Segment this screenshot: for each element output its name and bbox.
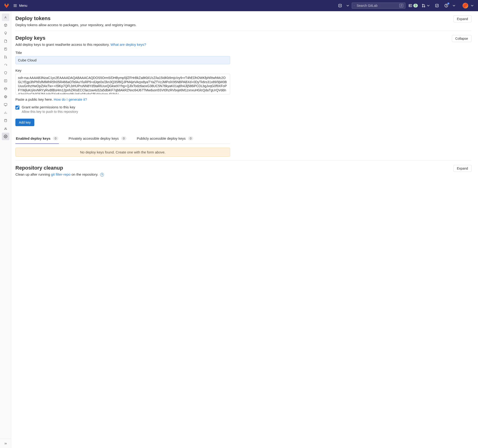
sidebar-snippets-icon[interactable] <box>2 125 9 132</box>
write-perm-help: Allow this key to push to this repositor… <box>22 110 78 114</box>
sidebar-collapse-icon[interactable] <box>0 439 11 448</box>
deploy-tokens-title: Deploy tokens <box>15 15 137 21</box>
user-avatar[interactable] <box>463 3 468 8</box>
search-box[interactable]: / <box>352 3 405 9</box>
top-navbar: Menu / 9 <box>0 0 478 11</box>
menu-label: Menu <box>19 4 27 7</box>
sidebar-analytics-icon[interactable] <box>2 109 9 116</box>
sidebar-project-icon[interactable] <box>2 21 9 29</box>
deploy-keys-tabs: Enabled deploy keys 0 Privately accessib… <box>15 133 230 144</box>
svg-point-27 <box>5 98 6 98</box>
tab-enabled-keys[interactable]: Enabled deploy keys 0 <box>15 133 59 144</box>
svg-point-40 <box>5 136 6 137</box>
svg-rect-17 <box>5 48 6 49</box>
sidebar-infrastructure-icon[interactable] <box>2 93 9 100</box>
sidebar-lightbulb-icon[interactable] <box>2 29 9 37</box>
title-label: Title <box>15 51 230 55</box>
key-textarea[interactable] <box>15 74 230 94</box>
title-input[interactable] <box>15 56 230 64</box>
sidebar-deployments-icon[interactable] <box>2 77 9 84</box>
sidebar-packages-icon[interactable] <box>2 85 9 92</box>
help-notification-dot <box>447 3 449 4</box>
svg-rect-13 <box>435 4 438 7</box>
svg-point-25 <box>6 96 7 97</box>
search-input[interactable] <box>357 4 397 7</box>
svg-rect-28 <box>4 103 7 106</box>
sidebar-wiki-icon[interactable] <box>2 117 9 124</box>
main-content: Deploy tokens Deploy tokens allow access… <box>11 11 478 448</box>
add-key-button[interactable]: Add key <box>15 119 34 126</box>
git-filter-repo-link[interactable]: git filter-repo <box>51 172 70 176</box>
what-are-deploy-keys-link[interactable]: What are deploy keys? <box>110 43 146 46</box>
issues-nav-icon[interactable]: 9 <box>407 2 419 9</box>
left-sidebar: A <box>0 11 11 448</box>
svg-point-24 <box>4 96 4 97</box>
project-avatar[interactable]: A <box>2 13 9 21</box>
issues-badge: 9 <box>413 4 418 7</box>
svg-rect-34 <box>4 119 6 122</box>
svg-rect-9 <box>410 5 410 6</box>
search-icon <box>354 4 355 7</box>
svg-rect-16 <box>4 48 6 51</box>
merge-requests-nav-icon[interactable] <box>421 2 431 9</box>
deploy-keys-title: Deploy keys <box>15 35 146 41</box>
menu-button[interactable]: Menu <box>11 2 29 9</box>
sidebar-cicd-icon[interactable] <box>2 61 9 69</box>
todos-nav-icon[interactable] <box>433 2 441 9</box>
sidebar-merge-requests-icon[interactable] <box>2 53 9 61</box>
tab-public-keys[interactable]: Publicly accessible deploy keys 0 <box>136 133 194 144</box>
sidebar-settings-icon[interactable] <box>2 133 9 140</box>
svg-line-7 <box>354 6 355 6</box>
empty-deploy-keys: No deploy keys found. Create one with th… <box>15 148 230 157</box>
cleanup-description: Clean up after running git filter-repo o… <box>15 172 104 177</box>
deploy-tokens-description: Deploy tokens allow access to packages, … <box>15 23 137 27</box>
chevron-down-icon[interactable] <box>470 2 474 9</box>
sidebar-issues-icon[interactable] <box>2 45 9 53</box>
write-perm-checkbox[interactable] <box>15 106 19 109</box>
gitlab-logo-icon[interactable] <box>4 3 9 8</box>
sidebar-security-icon[interactable] <box>2 69 9 77</box>
svg-point-22 <box>5 96 6 97</box>
deploy-keys-description: Add deploy keys to grant read/write acce… <box>15 43 146 46</box>
tab-private-keys[interactable]: Privately accessible deploy keys 0 <box>68 133 127 144</box>
deploy-tokens-section: Deploy tokens Deploy tokens allow access… <box>15 14 472 31</box>
generate-key-link[interactable]: How do I generate it? <box>54 97 87 101</box>
svg-point-12 <box>424 6 425 7</box>
svg-point-11 <box>422 6 423 7</box>
key-hint: Paste a public key here. How do I genera… <box>15 97 230 101</box>
search-kbd: / <box>399 4 403 7</box>
svg-point-18 <box>4 56 5 57</box>
deploy-keys-section: Deploy keys Add deploy keys to grant rea… <box>15 31 472 161</box>
svg-point-19 <box>4 58 5 58</box>
svg-point-15 <box>446 6 447 6</box>
sidebar-monitor-icon[interactable] <box>2 101 9 108</box>
svg-point-20 <box>6 58 7 58</box>
svg-point-10 <box>422 4 423 5</box>
write-perm-label: Grant write permissions to this key <box>22 105 78 109</box>
expand-cleanup-button[interactable]: Expand <box>453 165 472 172</box>
svg-point-6 <box>354 5 354 6</box>
cleanup-section: Repository cleanup Clean up after runnin… <box>15 161 472 180</box>
cleanup-title: Repository cleanup <box>15 165 104 171</box>
svg-point-26 <box>5 96 6 96</box>
collapse-deploy-keys-button[interactable]: Collapse <box>452 35 472 42</box>
expand-deploy-tokens-button[interactable]: Expand <box>453 15 472 22</box>
key-label: Key <box>15 68 230 72</box>
plus-icon[interactable] <box>336 2 344 9</box>
chevron-down-icon[interactable] <box>452 2 456 9</box>
sidebar-repository-icon[interactable] <box>2 37 9 45</box>
help-icon[interactable]: ? <box>100 173 104 177</box>
chevron-down-icon[interactable] <box>346 2 350 9</box>
help-nav-icon[interactable] <box>442 2 450 9</box>
